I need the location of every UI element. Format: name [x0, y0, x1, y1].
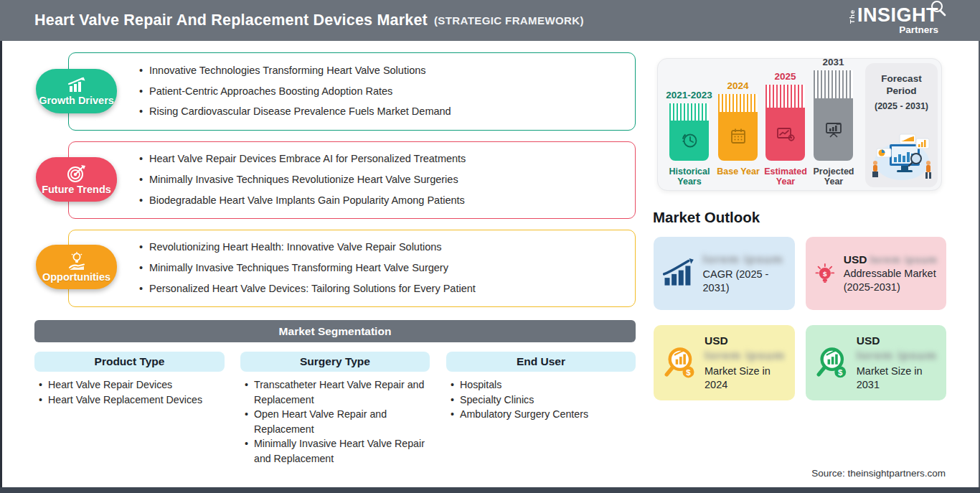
bar-stripe-cap — [669, 103, 709, 121]
timeline-bar-projected: 2031 — [814, 57, 853, 161]
timeline-bar-base: 2024 — [718, 80, 758, 161]
timeline-year: 2021-2023 — [666, 90, 712, 100]
card-label: Market Size in 2024 — [705, 365, 786, 392]
opportunity-item: Minimally Invasive Techniques Transformi… — [139, 263, 623, 274]
future-trend-item: Biodegradable Heart Valve Implants Gain … — [139, 195, 623, 207]
opportunities-list: Revolutionizing Heart Health: Innovative… — [69, 230, 635, 306]
segment-item: Ambulatory Surgery Centers — [451, 407, 631, 422]
segment-item: Hospitals — [451, 377, 631, 393]
research-timeline-panel: 2021-2023 2024 2025 — [657, 58, 942, 191]
source-link[interactable]: Source: theinsightpartners.com — [811, 468, 946, 479]
clock-history-icon — [680, 131, 699, 150]
segment-item: Transcatheter Heart Valve Repair and Rep… — [245, 377, 425, 407]
card-text: lorem ipsum CAGR (2025 - 2031) — [703, 252, 786, 296]
page-title: Heart Valve Repair And Replacement Devic… — [34, 11, 428, 29]
segment-column-end-user: End User Hospitals Specialty Clinics Amb… — [446, 352, 636, 422]
blurred-value: lorem ipsum — [705, 349, 785, 362]
segment-item: Heart Valve Replacement Devices — [39, 393, 220, 408]
segment-column-header: End User — [446, 352, 636, 372]
segment-column-header: Surgery Type — [240, 352, 430, 372]
magnifier-chart-dollar-icon: $ — [662, 343, 697, 383]
frame-left-border — [0, 41, 2, 493]
logo-the-text: The — [849, 9, 856, 24]
timeline-bar-estimated: 2025 — [765, 71, 805, 161]
timeline-year: 2024 — [727, 80, 748, 91]
usd-label: USD — [857, 334, 938, 348]
forecast-period-title: Forecast Period — [865, 73, 938, 98]
svg-text:$: $ — [838, 367, 843, 376]
presentation-chart-icon — [824, 121, 844, 139]
bar-body — [814, 98, 853, 161]
blurred-value: lorem ipsum — [703, 253, 783, 266]
frame-bottom-border — [0, 487, 980, 493]
bar-stripe-cap — [765, 85, 805, 108]
future-trends-list: Heart Valve Repair Devices Embrace AI fo… — [69, 142, 635, 218]
opportunities-box: Revolutionizing Heart Health: Innovative… — [68, 230, 636, 307]
bar-chart-rising-icon — [66, 77, 88, 94]
card-text: USD lorem ipsum Addressable Market (2025… — [844, 253, 938, 295]
growth-drivers-badge: Growth Drivers — [36, 69, 117, 113]
card-label: CAGR (2025 - 2031) — [703, 268, 786, 295]
insight-partners-logo: The INSIGHT Partners — [849, 6, 938, 35]
timeline-bar-caption: Projected Year — [804, 166, 864, 187]
magnifier-chart-dollar-icon: $ — [814, 343, 849, 383]
segment-column-header: Product Type — [34, 352, 225, 372]
segment-item-list: Heart Valve Repair Devices Heart Valve R… — [34, 377, 220, 407]
growth-drivers-box: Innovative Technologies Transforming Hea… — [68, 52, 636, 131]
future-trends-box: Heart Valve Repair Devices Embrace AI fo… — [68, 141, 636, 219]
segment-item: Open Heart Valve Repair and Replacement — [245, 407, 425, 436]
bar-body — [765, 108, 805, 161]
usd-label: USD — [705, 334, 786, 348]
segment-item: Heart Valve Repair Devices — [39, 377, 220, 393]
forecast-period-range: (2025 - 2031) — [865, 101, 938, 111]
calendar-icon — [729, 127, 748, 146]
timeline-bar-historical: 2021-2023 — [669, 90, 709, 161]
svg-text:$: $ — [686, 367, 691, 376]
blurred-value: lorem ipsum — [857, 349, 937, 362]
timeline-year: 2025 — [774, 71, 796, 82]
logo-insight-text: INSIGHT — [857, 6, 938, 25]
outlook-card-market-size-2024: $ USD lorem ipsum Market Size in 2024 — [654, 325, 795, 400]
target-icon — [67, 164, 87, 183]
segment-column-surgery-type: Surgery Type Transcatheter Heart Valve R… — [240, 352, 430, 466]
header-bar: Heart Valve Repair And Replacement Devic… — [0, 0, 980, 41]
card-label: Market Size in 2031 — [857, 365, 938, 392]
magnifier-icon — [930, 0, 947, 17]
growth-driver-item: Rising Cardiovascular Disease Prevalence… — [139, 106, 623, 118]
chart-gear-icon — [776, 126, 796, 143]
hand-lightbulb-icon — [67, 252, 87, 271]
analytics-illustration — [868, 130, 935, 182]
growth-drivers-list: Innovative Technologies Transforming Hea… — [69, 53, 635, 130]
growth-driver-item: Patient-Centric Approaches Boosting Adop… — [139, 86, 623, 98]
future-trend-item: Minimally Invasive Techniques Revolution… — [139, 174, 623, 186]
bar-stripe-cap — [718, 94, 758, 112]
segment-item-list: Hospitals Specialty Clinics Ambulatory S… — [446, 377, 631, 422]
page-subtitle: (STRATEGIC FRAMEWORK) — [434, 14, 584, 27]
blurred-value: lorem ipsum — [870, 254, 937, 266]
card-label: Addressable Market (2025-2031) — [844, 267, 938, 294]
market-outlook-title: Market Outlook — [653, 209, 760, 226]
growth-driver-item: Innovative Technologies Transforming Hea… — [139, 65, 623, 77]
badge-label: Future Trends — [42, 184, 111, 195]
outlook-card-addressable-market: $ USD lorem ipsum Addressable Market (20… — [806, 237, 946, 310]
segment-item: Specialty Clinics — [451, 393, 631, 408]
opportunity-item: Revolutionizing Heart Health: Innovative… — [139, 242, 623, 253]
badge-label: Growth Drivers — [39, 95, 114, 106]
forecast-period-box: Forecast Period (2025 - 2031) — [865, 63, 938, 187]
outlook-card-market-size-2031: $ USD lorem ipsum Market Size in 2031 — [806, 325, 946, 400]
growth-arrow-chart-icon — [662, 255, 695, 291]
market-segmentation-bar: Market Segmentation — [34, 320, 636, 342]
future-trend-item: Heart Valve Repair Devices Embrace AI fo… — [139, 154, 623, 165]
usd-label: USD — [844, 253, 867, 266]
segment-column-product-type: Product Type Heart Valve Repair Devices … — [34, 352, 225, 407]
svg-text:$: $ — [823, 270, 827, 278]
market-segmentation-title: Market Segmentation — [279, 325, 392, 338]
segment-item: Minimally Invasive Heart Valve Repair an… — [245, 436, 425, 466]
bar-body — [718, 112, 758, 161]
badge-label: Opportunities — [42, 271, 110, 283]
segment-item-list: Transcatheter Heart Valve Repair and Rep… — [240, 377, 425, 466]
timeline-year: 2031 — [822, 57, 844, 67]
bulb-dollar-icon: $ — [814, 254, 836, 293]
card-text: USD lorem ipsum Market Size in 2024 — [705, 334, 786, 392]
logo-partners-text: Partners — [849, 24, 938, 35]
